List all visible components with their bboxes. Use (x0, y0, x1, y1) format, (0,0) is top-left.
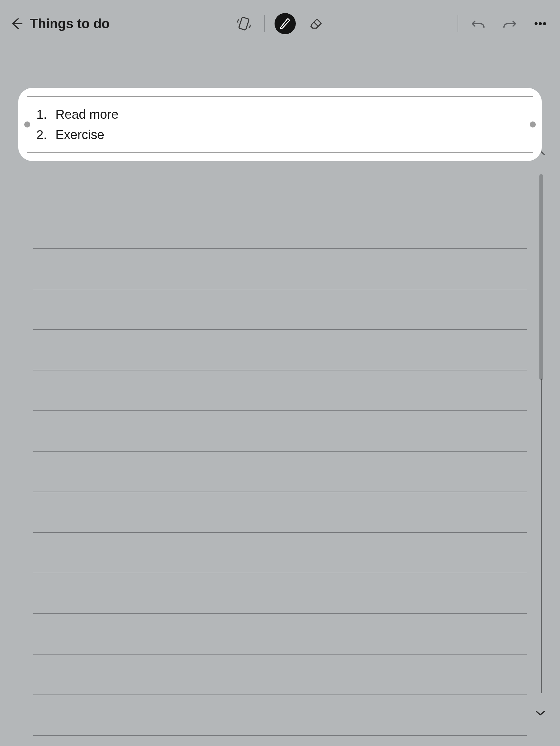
svg-rect-1 (239, 17, 249, 30)
toolbar-center (233, 13, 327, 34)
back-arrow-icon (10, 17, 23, 30)
redo-button[interactable] (499, 13, 520, 34)
undo-button[interactable] (468, 13, 489, 34)
chevron-down-icon (535, 710, 545, 716)
text-card[interactable]: 1. Read more 2. Exercise (18, 88, 542, 161)
toolbar-divider (264, 15, 265, 32)
list-number: 2. (36, 124, 47, 145)
pen-tool-button[interactable] (275, 13, 296, 34)
content-area: 1. Read more 2. Exercise (0, 88, 560, 736)
ruled-line (33, 370, 527, 411)
ruled-line (33, 249, 527, 289)
selection-handle-left[interactable] (24, 121, 30, 127)
svg-point-3 (535, 22, 538, 25)
ruled-line (33, 330, 527, 370)
scrollbar-track[interactable] (541, 379, 541, 693)
list-item: 1. Read more (36, 104, 524, 124)
back-button[interactable] (9, 16, 24, 31)
ruled-line (33, 492, 527, 533)
scrollbar-thumb[interactable] (539, 174, 543, 380)
ruled-line (33, 614, 527, 655)
ruled-line (33, 573, 527, 614)
pen-icon (278, 17, 292, 31)
ruled-line (33, 452, 527, 492)
toolbar-left: Things to do (9, 16, 110, 31)
toolbar-right (457, 13, 551, 34)
page-title: Things to do (30, 16, 110, 31)
undo-icon (471, 16, 486, 31)
selection-handle-right[interactable] (530, 121, 536, 127)
svg-line-2 (314, 22, 318, 26)
rotate-icon (236, 16, 252, 32)
list-item: 2. Exercise (36, 124, 524, 145)
toolbar: Things to do (0, 0, 560, 47)
toolbar-divider-right (457, 15, 458, 32)
ruled-line (33, 289, 527, 330)
eraser-tool-button[interactable] (305, 13, 327, 34)
text-selection-box[interactable]: 1. Read more 2. Exercise (27, 96, 533, 153)
rotate-tool-button[interactable] (233, 13, 255, 34)
svg-point-4 (539, 22, 542, 25)
ruled-lines-area[interactable] (15, 208, 545, 736)
ruled-line (33, 411, 527, 452)
more-icon (532, 16, 548, 31)
ruled-line (33, 533, 527, 573)
ruled-line (33, 695, 527, 736)
ruled-line (33, 208, 527, 249)
list-text: Read more (55, 104, 118, 124)
svg-point-5 (543, 22, 546, 25)
list-number: 1. (36, 104, 47, 124)
redo-icon (502, 16, 517, 31)
more-menu-button[interactable] (530, 13, 551, 34)
list-text: Exercise (55, 124, 104, 145)
scroll-down-button[interactable] (534, 707, 547, 719)
ruled-line (33, 655, 527, 695)
eraser-icon (308, 16, 324, 32)
